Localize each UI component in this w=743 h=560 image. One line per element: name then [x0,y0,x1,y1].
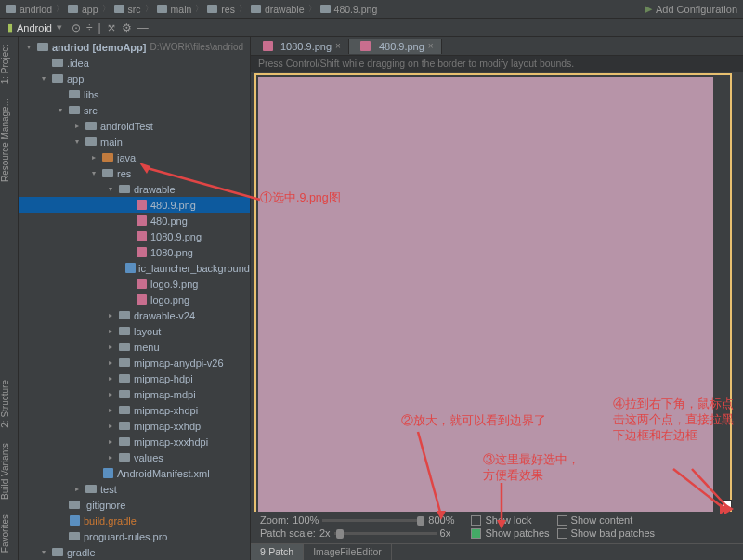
tree-item[interactable]: ▸menu [19,339,250,355]
tree-item[interactable]: AndroidManifest.xml [19,465,250,481]
controls-bar: Zoom: 100%800% Patch scale: 2x6x Show lo… [251,512,743,541]
collapse-icon[interactable]: ⤧ [107,21,116,34]
tree-item[interactable]: ▸mipmap-xxxhdpi [19,434,250,449]
breadcrumb-item[interactable]: src [128,4,141,15]
editor-mode-tabs: 9-PatchImageFileEditor [251,543,743,560]
tree-item[interactable]: ▸mipmap-hdpi [19,371,250,386]
close-icon[interactable]: × [335,41,341,51]
minimize-icon[interactable]: — [137,21,149,34]
rail-favorites[interactable]: Favorites [0,507,18,560]
tree-item[interactable]: ▸test [19,481,250,497]
tree-item[interactable]: ▸layout [19,323,250,339]
editor-area: 1080.9.png×480.9.png× Press Control/Shif… [251,37,743,560]
tree-item[interactable]: ▾app [19,71,250,86]
top-bar: andriod〉app〉src〉main〉res〉drawable〉480.9.… [0,0,743,19]
resize-handle[interactable] [723,500,732,509]
tree-item[interactable]: ▸drawable-v24 [19,307,250,323]
rail-build[interactable]: Build Variants [0,436,18,507]
project-tree-panel: ▾ andriod [demoApp] D:\WORK\files\andrio… [19,37,251,560]
image-preview[interactable] [258,77,713,537]
sync-icon[interactable]: ⊙ [72,21,81,34]
divide-icon[interactable]: ÷ [86,21,93,34]
tree-item[interactable]: .gitignore [19,497,250,513]
close-icon[interactable]: × [428,41,434,51]
scale-slider[interactable] [334,532,437,535]
mode-tab[interactable]: 9-Patch [251,544,304,560]
tree-item[interactable]: proguard-rules.pro [19,528,250,544]
hint-bar: Press Control/Shift while dragging on th… [251,56,743,72]
tree-item[interactable]: libs [19,86,250,102]
show-content-checkbox[interactable] [557,515,567,526]
nine-patch-preview[interactable] [251,72,743,560]
tree-item[interactable]: ▸values [19,449,250,465]
add-configuration[interactable]: Add Configuration [656,4,737,15]
tree-item[interactable]: ▸mipmap-anydpi-v26 [19,355,250,371]
gear-icon[interactable]: ⚙ [122,21,132,34]
tree-item[interactable]: ▸java [19,150,250,165]
rail-structure[interactable]: 2: Structure [0,372,18,436]
show-bad-checkbox[interactable] [557,528,567,539]
breadcrumb: andriod〉app〉src〉main〉res〉drawable〉480.9.… [6,3,645,15]
tree-item[interactable]: ▾res [19,165,250,181]
tree-item[interactable]: ▾main [19,134,250,150]
tree-item[interactable]: .idea [19,55,250,71]
tree-item[interactable]: 1080.9.png [19,228,250,244]
zoom-label: Zoom: [260,514,289,526]
tree-item[interactable]: ▸mipmap-xhdpi [19,402,250,418]
breadcrumb-item[interactable]: 480.9.png [334,4,378,15]
editor-tab[interactable]: 480.9.png× [349,39,442,54]
zoom-slider[interactable] [322,519,424,522]
android-dropdown[interactable]: Android [17,22,52,33]
tree-item[interactable]: build.gradle [19,513,250,528]
tree-item[interactable]: 1080.png [19,244,250,260]
breadcrumb-item[interactable]: app [82,4,98,15]
tree-item[interactable]: ▾gradle [19,544,250,560]
tree-item[interactable]: ▾drawable [19,181,250,197]
breadcrumb-item[interactable]: andriod [20,4,52,15]
scale-label: Patch scale: [260,527,316,539]
breadcrumb-item[interactable]: drawable [265,4,305,15]
tree-root[interactable]: ▾ andriod [demoApp] D:\WORK\files\andrio… [19,39,250,55]
tree-item[interactable]: ▸mipmap-xxhdpi [19,418,250,434]
tree-item[interactable]: ▾src [19,102,250,118]
editor-tab[interactable]: 1080.9.png× [251,39,349,54]
show-lock-checkbox[interactable] [471,515,481,526]
tree-item[interactable]: logo.png [19,292,250,307]
show-patches-checkbox[interactable] [471,528,481,539]
tree-item[interactable]: ▸androidTest [19,118,250,134]
toolbar: ▮ Android ▾ ⊙ ÷ | ⤧ ⚙ — [0,19,743,37]
rail-resource[interactable]: Resource Manage... [0,91,18,189]
tree-item[interactable]: ic_launcher_background.xml [19,260,250,276]
left-tool-rail: 1: Project Resource Manage... 2: Structu… [0,37,19,560]
tree-item[interactable]: 480.png [19,213,250,228]
tree-item[interactable]: ▸mipmap-mdpi [19,386,250,402]
breadcrumb-item[interactable]: main [171,4,192,15]
tree-item[interactable]: logo.9.png [19,276,250,292]
breadcrumb-item[interactable]: res [221,4,235,15]
editor-tabs: 1080.9.png×480.9.png× [251,37,743,56]
rail-project[interactable]: 1: Project [0,37,18,91]
sort-icon[interactable]: | [98,21,101,34]
mode-tab[interactable]: ImageFileEditor [304,544,392,560]
tree-item[interactable]: 480.9.png [19,197,250,213]
